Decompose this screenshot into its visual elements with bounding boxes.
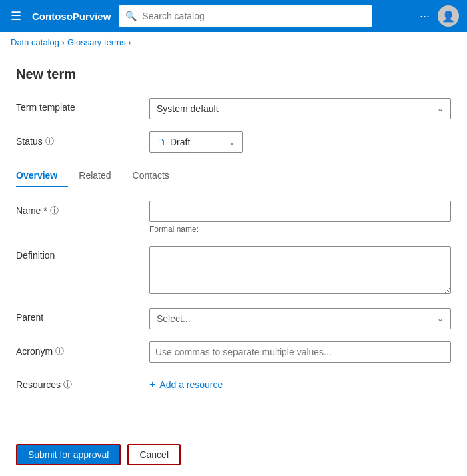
submit-for-approval-button[interactable]: Submit for approval: [16, 444, 121, 465]
cancel-button[interactable]: Cancel: [127, 444, 181, 465]
term-template-control: System default ⌄: [149, 98, 451, 119]
status-row: Status ⓘ 🗋 Draft ⌄: [16, 131, 451, 153]
definition-control: [149, 246, 451, 296]
name-input[interactable]: [149, 201, 451, 222]
breadcrumb-glossary-terms[interactable]: Glossary terms: [67, 37, 125, 47]
parent-row: Parent Select... ⌄: [16, 308, 451, 329]
term-template-value: System default: [157, 103, 219, 114]
resources-row: Resources ⓘ + Add a resource: [16, 375, 451, 391]
hamburger-menu-icon[interactable]: ☰: [8, 6, 24, 26]
acronym-info-icon: ⓘ: [55, 345, 64, 357]
app-logo: ContosoPurview: [32, 11, 111, 22]
term-template-dropdown[interactable]: System default ⌄: [149, 98, 451, 119]
term-template-row: Term template System default ⌄: [16, 98, 451, 119]
search-bar[interactable]: 🔍: [119, 5, 372, 27]
parent-dropdown[interactable]: Select... ⌄: [149, 308, 451, 329]
add-resource-label: Add a resource: [159, 379, 223, 390]
tab-related[interactable]: Related: [68, 165, 121, 187]
plus-icon: +: [149, 379, 155, 391]
tab-overview[interactable]: Overview: [16, 165, 68, 187]
status-label: Status ⓘ: [16, 131, 149, 147]
acronym-row: Acronym ⓘ: [16, 341, 451, 363]
formal-name-label: Formal name:: [149, 225, 451, 234]
search-icon: 🔍: [125, 11, 137, 21]
definition-row: Definition: [16, 246, 451, 296]
resources-control: + Add a resource: [149, 375, 451, 391]
status-dropdown[interactable]: 🗋 Draft ⌄: [149, 131, 243, 153]
more-options-icon[interactable]: ···: [420, 9, 430, 23]
status-control: 🗋 Draft ⌄: [149, 131, 451, 153]
acronym-control: [149, 341, 451, 363]
draft-icon: 🗋: [157, 137, 166, 147]
breadcrumb-separator-1: ›: [62, 38, 65, 47]
header-right-controls: ··· 👤: [420, 5, 459, 27]
resources-info-icon: ⓘ: [63, 379, 72, 391]
search-input[interactable]: [142, 11, 366, 21]
acronym-input[interactable]: [149, 341, 451, 363]
main-content: New term Term template System default ⌄ …: [0, 53, 467, 416]
name-info-icon: ⓘ: [50, 205, 59, 217]
name-row: Name * ⓘ Formal name:: [16, 201, 451, 234]
avatar[interactable]: 👤: [438, 5, 459, 27]
breadcrumb: Data catalog › Glossary terms ›: [0, 32, 467, 53]
definition-label: Definition: [16, 246, 149, 261]
status-info-icon: ⓘ: [45, 135, 54, 147]
add-resource-button[interactable]: + Add a resource: [149, 375, 451, 391]
breadcrumb-data-catalog[interactable]: Data catalog: [11, 37, 59, 47]
tab-contacts[interactable]: Contacts: [122, 165, 180, 187]
footer: Submit for approval Cancel: [0, 433, 467, 476]
name-control: Formal name:: [149, 201, 451, 234]
parent-control: Select... ⌄: [149, 308, 451, 329]
page-title: New term: [16, 67, 451, 82]
term-template-label: Term template: [16, 98, 149, 113]
definition-input[interactable]: [149, 246, 451, 294]
chevron-down-icon: ⌄: [437, 314, 444, 323]
tabs: Overview Related Contacts: [16, 165, 451, 187]
chevron-down-icon: ⌄: [437, 104, 444, 113]
breadcrumb-separator-2: ›: [128, 38, 131, 47]
resources-label: Resources ⓘ: [16, 375, 149, 391]
chevron-down-icon: ⌄: [229, 137, 236, 147]
status-value: Draft: [170, 137, 190, 147]
parent-placeholder: Select...: [157, 313, 191, 324]
parent-label: Parent: [16, 308, 149, 323]
acronym-label: Acronym ⓘ: [16, 341, 149, 357]
app-header: ☰ ContosoPurview 🔍 ··· 👤: [0, 0, 467, 32]
name-label: Name * ⓘ: [16, 201, 149, 217]
